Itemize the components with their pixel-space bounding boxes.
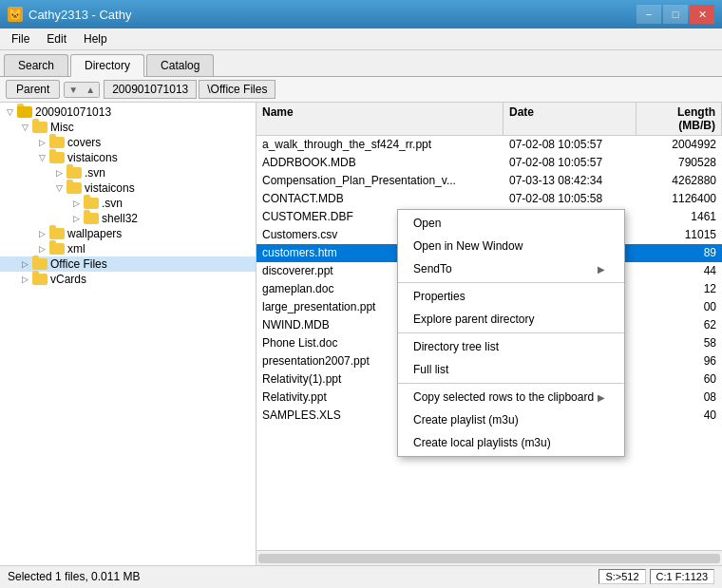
toggle-covers[interactable]: ▷ <box>34 138 49 147</box>
file-row[interactable]: Compensation_Plan_Presentation_v...07-03… <box>256 172 722 190</box>
file-length-cell: 40 <box>636 408 722 423</box>
tree-label-vcards: vCards <box>50 273 86 286</box>
tree-label-vistaicons: vistaicons <box>67 151 118 164</box>
file-row[interactable]: CONTACT.MDB07-02-08 10:05:581126400 <box>256 190 722 208</box>
file-name-cell: a_walk_through_the_sf424_rr.ppt <box>256 137 504 152</box>
file-length-cell: 11015 <box>636 227 722 242</box>
ctx-menu-item[interactable]: Create local playlists (m3u) <box>398 431 624 454</box>
toggle-office-files[interactable]: ▷ <box>17 259 32 269</box>
file-length-cell: 4262880 <box>636 173 722 188</box>
ctx-menu-item[interactable]: Create playlist (m3u) <box>398 408 624 431</box>
tab-catalog[interactable]: Catalog <box>146 54 214 76</box>
menu-edit[interactable]: Edit <box>39 30 74 47</box>
ctx-item-label: SendTo <box>413 262 452 275</box>
toggle-root[interactable]: ▽ <box>2 107 17 117</box>
file-length-cell: 58 <box>636 335 722 351</box>
tree-xml[interactable]: ▷ xml <box>0 241 256 256</box>
tree-svn1[interactable]: ▷ .svn <box>0 165 256 180</box>
tab-directory[interactable]: Directory <box>70 54 144 77</box>
tree-root[interactable]: ▽ 200901071013 <box>0 104 256 120</box>
toggle-vcards[interactable]: ▷ <box>17 275 32 284</box>
tree-office-files[interactable]: ▷ Office Files <box>0 256 256 272</box>
folder-icon-vistaicons2 <box>66 182 82 194</box>
ctx-menu-item[interactable]: Directory tree list <box>398 335 624 358</box>
toggle-vistaicons2[interactable]: ▽ <box>51 183 66 193</box>
toggle-wallpapers[interactable]: ▷ <box>34 229 49 238</box>
tree-vcards[interactable]: ▷ vCards <box>0 272 256 287</box>
tree-label-wallpapers: wallpapers <box>67 227 122 240</box>
file-length-cell: 1461 <box>636 209 722 224</box>
toggle-svn2[interactable]: ▷ <box>68 199 84 208</box>
ctx-menu-item[interactable]: Properties <box>398 285 624 308</box>
ctx-menu-item[interactable]: Full list <box>398 358 624 381</box>
tree-covers[interactable]: ▷ covers <box>0 135 256 150</box>
toggle-shell32[interactable]: ▷ <box>68 214 84 223</box>
file-length-cell: 790528 <box>636 155 722 170</box>
tree-svn2[interactable]: ▷ .svn <box>0 196 256 211</box>
tree-vistaicons2[interactable]: ▽ vistaicons <box>0 180 256 196</box>
ctx-item-label: Explore parent directory <box>413 313 534 326</box>
menu-help[interactable]: Help <box>76 30 115 47</box>
path-segment-2[interactable]: \Office Files <box>199 80 276 99</box>
toggle-vistaicons[interactable]: ▽ <box>34 153 49 162</box>
file-date-cell: 07-02-08 10:05:57 <box>504 155 636 170</box>
status-cf: C:1 F:1123 <box>650 569 714 584</box>
ctx-item-label: Directory tree list <box>413 340 499 353</box>
folder-icon-vcards <box>32 274 48 285</box>
ctx-menu-item[interactable]: SendTo▶ <box>398 257 624 280</box>
maximize-button[interactable]: □ <box>663 5 688 24</box>
status-left: Selected 1 files, 0.011 MB <box>8 570 140 583</box>
folder-icon-covers <box>49 137 65 148</box>
ctx-item-label: Open <box>413 217 441 230</box>
file-row[interactable]: a_walk_through_the_sf424_rr.ppt07-02-08 … <box>256 136 722 154</box>
tree-misc[interactable]: ▽ Misc <box>0 120 256 135</box>
parent-button[interactable]: Parent <box>6 80 60 99</box>
file-date-cell: 07-02-08 10:05:57 <box>504 137 636 152</box>
folder-icon-office-files <box>32 258 48 270</box>
tree-panel[interactable]: ▽ 200901071013 ▽ Misc ▷ covers ▽ vistaic… <box>0 103 256 565</box>
file-row[interactable]: ADDRBOOK.MDB07-02-08 10:05:57790528 <box>256 154 722 172</box>
tree-label-covers: covers <box>67 136 101 149</box>
nav-up-button[interactable]: ▲ <box>82 83 99 97</box>
ctx-menu-item[interactable]: Open <box>398 212 624 235</box>
toggle-misc[interactable]: ▽ <box>17 123 32 132</box>
hscroll-track[interactable] <box>258 554 720 563</box>
minimize-button[interactable]: − <box>636 5 661 24</box>
tree-label-vistaicons2: vistaicons <box>85 181 135 195</box>
path-bar: 200901071013 \Office Files <box>104 80 716 99</box>
ctx-submenu-arrow-icon: ▶ <box>598 392 605 403</box>
tree-vistaicons[interactable]: ▽ vistaicons <box>0 150 256 165</box>
file-length-cell: 08 <box>636 389 722 405</box>
nav-down-button[interactable]: ▼ <box>65 83 82 97</box>
menu-file[interactable]: File <box>4 30 37 47</box>
file-length-cell: 60 <box>636 371 722 387</box>
file-name-cell: Compensation_Plan_Presentation_v... <box>256 173 504 188</box>
close-button[interactable]: ✕ <box>690 5 714 24</box>
tree-shell32[interactable]: ▷ shell32 <box>0 211 256 226</box>
tree-label-svn2: .svn <box>102 197 123 210</box>
tabbar: Search Directory Catalog <box>0 50 722 77</box>
file-name-cell: ADDRBOOK.MDB <box>256 155 504 170</box>
ctx-separator <box>398 383 624 384</box>
tree-wallpapers[interactable]: ▷ wallpapers <box>0 226 256 241</box>
toggle-xml[interactable]: ▷ <box>34 244 49 254</box>
file-length-cell: 1126400 <box>636 191 722 206</box>
file-date-cell: 07-03-13 08:42:34 <box>504 173 636 188</box>
nav-buttons: ▼ ▲ <box>64 82 100 98</box>
ctx-menu-item[interactable]: Open in New Window <box>398 235 624 257</box>
col-header-length[interactable]: Length (MB/B) <box>636 103 722 135</box>
ctx-menu-item[interactable]: Copy selected rows to the clipboard▶ <box>398 386 624 408</box>
file-list-header: Name Date Length (MB/B) <box>256 103 722 136</box>
hscroll-bar[interactable] <box>256 550 722 565</box>
folder-icon-shell32 <box>84 213 99 224</box>
col-header-date[interactable]: Date <box>504 103 636 135</box>
menubar: File Edit Help <box>0 28 722 50</box>
folder-icon-root <box>17 106 32 118</box>
ctx-menu-item[interactable]: Explore parent directory <box>398 308 624 331</box>
tree-label-office-files: Office Files <box>50 257 107 271</box>
tab-search[interactable]: Search <box>4 54 68 76</box>
path-segment-1[interactable]: 200901071013 <box>104 80 197 99</box>
file-name-cell: CONTACT.MDB <box>256 191 504 206</box>
col-header-name[interactable]: Name <box>256 103 504 135</box>
toggle-svn1[interactable]: ▷ <box>51 168 66 178</box>
